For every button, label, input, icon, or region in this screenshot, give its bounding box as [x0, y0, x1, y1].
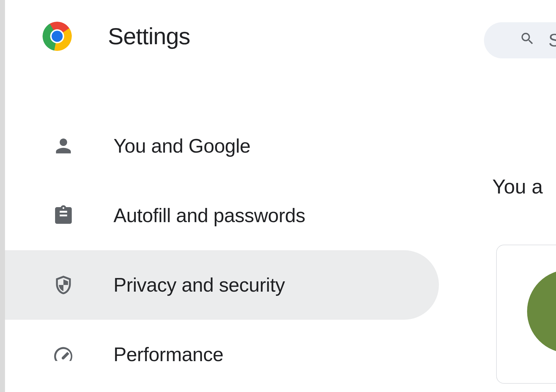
svg-point-3 [52, 31, 63, 42]
search-icon [520, 30, 535, 51]
sidebar-item-label: Performance [113, 343, 223, 366]
sidebar-item-performance[interactable]: Performance [5, 320, 439, 389]
gauge-icon [52, 343, 75, 366]
settings-sidebar: You and Google Autofill and passwords Pr… [5, 111, 439, 389]
settings-header: Settings [5, 0, 556, 72]
sidebar-item-privacy-security[interactable]: Privacy and security [5, 250, 439, 320]
sidebar-item-label: You and Google [113, 135, 251, 157]
clipboard-icon [52, 204, 75, 227]
sidebar-item-autofill-passwords[interactable]: Autofill and passwords [5, 181, 439, 250]
chrome-logo-icon [43, 22, 72, 51]
search-placeholder-partial: S [548, 30, 556, 51]
main-section-title-partial: You a [492, 175, 543, 198]
shield-icon [52, 274, 75, 296]
sidebar-item-label: Privacy and security [113, 274, 285, 296]
page-title: Settings [108, 23, 190, 50]
sidebar-item-label: Autofill and passwords [113, 204, 305, 227]
person-icon [52, 135, 75, 157]
window-left-border [0, 0, 5, 392]
sidebar-item-you-and-google[interactable]: You and Google [5, 111, 439, 181]
search-input[interactable]: S [484, 22, 556, 58]
